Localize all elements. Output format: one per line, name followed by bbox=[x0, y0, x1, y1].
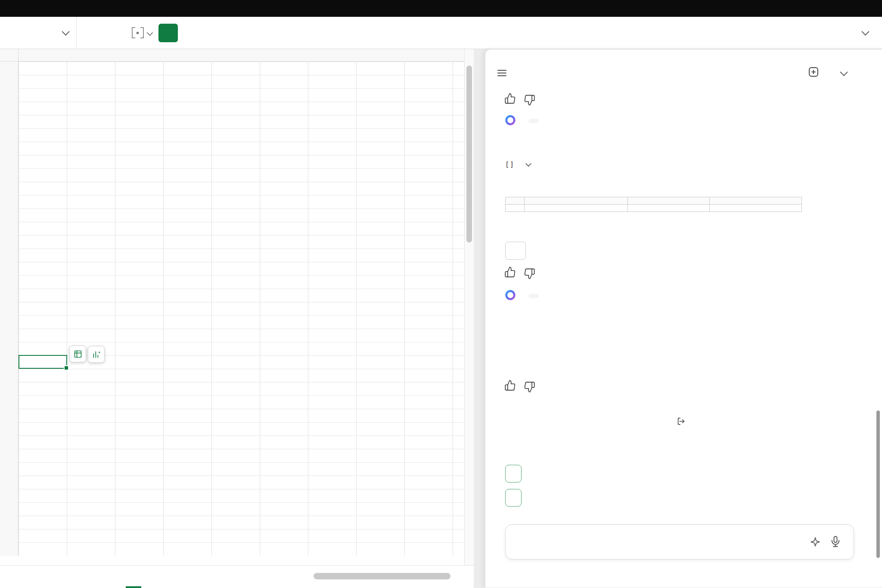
new-chat-icon[interactable] bbox=[807, 66, 820, 80]
feedback-row bbox=[504, 266, 535, 280]
formula-input[interactable] bbox=[183, 17, 855, 49]
show-analysis-toggle[interactable] bbox=[505, 161, 531, 168]
suggestion-pill-compare[interactable] bbox=[505, 489, 522, 507]
add-results-button[interactable] bbox=[505, 242, 526, 260]
excel-window bbox=[0, 0, 882, 588]
sheet-tab-analysis1-active[interactable] bbox=[126, 566, 141, 588]
fill-handle[interactable] bbox=[64, 365, 69, 370]
table-cell-avg-mpg bbox=[525, 205, 628, 212]
panel-collapse-chevron-icon[interactable] bbox=[840, 68, 848, 76]
microphone-icon[interactable] bbox=[829, 535, 842, 549]
ai-disclaimer-badge bbox=[528, 119, 539, 123]
horizontal-scroll-thumb[interactable] bbox=[314, 573, 450, 579]
selection-box-a24 bbox=[19, 355, 67, 369]
show-analysis-chevron-icon bbox=[525, 161, 531, 167]
copilot-icon[interactable] bbox=[810, 536, 821, 549]
table-cell-index bbox=[506, 205, 525, 212]
copilot-logo bbox=[504, 114, 516, 128]
python-output-type-icon[interactable] bbox=[132, 27, 144, 38]
hamburger-menu-icon[interactable] bbox=[497, 68, 507, 80]
vertical-scroll-thumb[interactable] bbox=[466, 65, 472, 243]
table-cell-ci-upper bbox=[710, 205, 802, 212]
vertical-scrollbar bbox=[464, 49, 474, 565]
stop-advanced-analysis-button[interactable] bbox=[485, 417, 882, 428]
sheet-tab-sheet1[interactable] bbox=[72, 566, 93, 588]
name-box[interactable] bbox=[0, 17, 77, 49]
feedback-row bbox=[504, 380, 535, 393]
table-header-index bbox=[506, 197, 525, 205]
feedback-row bbox=[504, 93, 535, 106]
table-header-ci-lower bbox=[628, 197, 710, 205]
table-icon bbox=[74, 350, 82, 358]
message-header bbox=[504, 289, 539, 303]
thumbs-up-icon[interactable] bbox=[504, 93, 516, 106]
message-input[interactable] bbox=[506, 525, 803, 560]
panel-scroll-thumb[interactable] bbox=[876, 411, 880, 558]
quick-analysis-button[interactable] bbox=[88, 346, 105, 363]
sheet-tab-bar bbox=[0, 565, 474, 588]
copilot-panel bbox=[485, 49, 882, 588]
thumbs-up-icon[interactable] bbox=[504, 380, 516, 393]
row-headers bbox=[0, 62, 19, 556]
python-output-chevron-icon[interactable] bbox=[147, 30, 153, 36]
grid-cells[interactable] bbox=[19, 62, 466, 556]
table-header-ci-upper bbox=[710, 197, 802, 205]
title-bar bbox=[0, 0, 882, 17]
ai-disclaimer-badge bbox=[528, 294, 539, 298]
py-icon bbox=[505, 161, 514, 168]
select-all-corner[interactable] bbox=[0, 49, 19, 62]
thumbs-down-icon[interactable] bbox=[524, 266, 535, 280]
message-input-box bbox=[505, 524, 854, 560]
analysis-result-table bbox=[505, 197, 802, 212]
table-cell-ci-lower bbox=[628, 205, 710, 212]
sparkle-chart-icon bbox=[92, 350, 101, 359]
insert-data-button[interactable] bbox=[69, 345, 86, 362]
thumbs-down-icon[interactable] bbox=[524, 380, 535, 393]
exit-icon bbox=[677, 417, 686, 428]
copilot-logo bbox=[504, 289, 516, 303]
column-headers bbox=[19, 49, 464, 62]
name-box-chevron-icon[interactable] bbox=[62, 28, 69, 35]
table-header-avg-mpg bbox=[525, 197, 628, 205]
formula-bar-expand-icon[interactable] bbox=[861, 28, 869, 35]
suggestion-pill-histogram[interactable] bbox=[505, 465, 522, 482]
spreadsheet bbox=[0, 49, 474, 588]
python-badge bbox=[158, 24, 178, 42]
thumbs-down-icon[interactable] bbox=[524, 93, 535, 106]
message-header bbox=[504, 114, 539, 128]
formula-bar bbox=[0, 17, 882, 49]
thumbs-up-icon[interactable] bbox=[504, 266, 516, 280]
